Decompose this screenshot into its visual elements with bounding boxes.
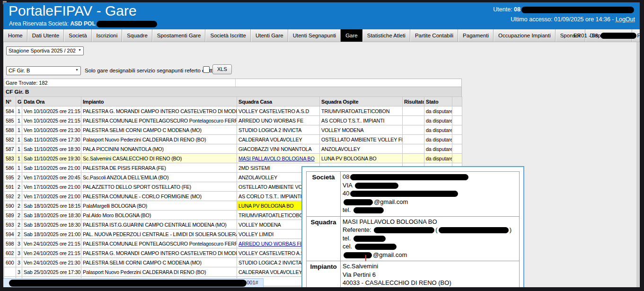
cell-ospite: VOLLEY MODENA [320, 125, 403, 135]
cell-risultato [403, 106, 424, 116]
cell-ospite: OSTELLATO AMBIENTE VOLLEY FE [320, 135, 403, 144]
match-detail-popup: Società 08VIA 40@gmail.comtel. Squadra M… [301, 166, 524, 287]
cell-data: Sab 18/10/2025 ore 18:15 [22, 201, 81, 211]
popup-squadra-label: Squadra [307, 216, 341, 261]
cell-g: 2 [16, 211, 22, 220]
table-row[interactable]: 5821Sab 11/10/2025 ore 17:30Palasport Nu… [4, 135, 462, 144]
nav-user-code: ER01 - 08. [573, 29, 637, 42]
cell-n: 587 [4, 144, 16, 154]
cell-stato: da disputare [424, 116, 452, 125]
cell-risultato [403, 154, 424, 163]
table-row[interactable]: 5871Sab 11/10/2025 ore 18:30PALA PICCINI… [4, 144, 462, 154]
cell-extra [452, 106, 462, 116]
cell-risultato [403, 125, 424, 135]
cell-stato: da disputare [424, 125, 452, 135]
cell-extra [452, 116, 462, 125]
tab-societ-iscritte[interactable]: Società Iscritte [205, 29, 250, 42]
cell-g: 2 [16, 192, 22, 201]
cell-extra [452, 154, 462, 163]
popup-squadra-value: MASI PALLAVOLO BOLOGNA BOReferente: ()te… [341, 216, 520, 261]
column-header: Squadra Ospite [320, 97, 403, 106]
table-row[interactable]: 5851Ven 10/10/2025 ore 21:15PALESTRA COM… [4, 116, 462, 125]
tab-pagamenti[interactable]: Pagamenti [458, 29, 494, 42]
tab-home[interactable]: Home [3, 29, 27, 42]
cell-data: Sab 11/10/2025 ore 21:00 [22, 163, 81, 173]
column-header: Risultato [403, 97, 424, 106]
tab-iscrizioni[interactable]: Iscrizioni [92, 29, 123, 42]
group-select-wrap: CF Gir. B [6, 66, 81, 75]
home-team-link[interactable]: MASI PALLAVOLO BOLOGNA BO [238, 156, 315, 161]
tab-spostamenti-gare[interactable]: Spostamenti Gare [152, 29, 206, 42]
cell-impianto: PALA PICCININI NONANTOLA (MO) [81, 144, 237, 154]
table-row[interactable]: 5881Ven 10/10/2025 ore 21:30PALESTRA SEL… [4, 125, 462, 135]
column-header [452, 97, 462, 106]
cell-n: 595 [4, 173, 16, 182]
cell-n: 588 [4, 125, 16, 135]
tab-squadre[interactable]: Squadre [122, 29, 152, 42]
cell-data: Ven 10/10/2025 ore 21:15 [22, 116, 81, 125]
cell-data: Sab 18/10/2025 ore 21:00 [22, 229, 81, 239]
cell-g: 1 [16, 154, 22, 163]
text-cursor [365, 255, 366, 261]
cell-g: 1 [16, 144, 22, 154]
group-select[interactable]: CF Gir. B [6, 66, 81, 75]
cell-n: 586 [4, 163, 16, 173]
cell-data: Sab 25/10/2025 ore 17:30 [22, 267, 81, 277]
cell-impianto: Palasport Nuovo Pederzini CALDERARA DI R… [81, 267, 237, 277]
tab-utenti-segnapunti[interactable]: Utenti Segnapunti [288, 29, 341, 42]
cell-data: Sab 11/10/2025 ore 17:30 [22, 135, 81, 144]
column-header: N° [4, 97, 16, 106]
tab-utenti-gare[interactable]: Utenti Gare [251, 29, 288, 42]
tab-statistiche-atleti[interactable]: Statistiche Atleti [362, 29, 410, 42]
cell-g: 3 [16, 258, 22, 267]
cell-extra [452, 135, 462, 144]
cell-ospite: LUNA PV BOLOGNA BO [320, 154, 403, 163]
cell-impianto: Sc.Pascoli ANZOLA DELL'EMILIA (BO) [81, 173, 237, 182]
cell-data: Sab 18/10/2025 ore 18:30 [22, 211, 81, 220]
column-header: Stato [424, 97, 452, 106]
page-header: PortaleFIPAV - Gare Area Riservata Socie… [3, 2, 640, 29]
page-title: PortaleFIPAV - Gare [9, 3, 137, 19]
designabili-checkbox[interactable] [203, 66, 210, 73]
column-header: Squadra Casa [237, 97, 320, 106]
tab-societ-[interactable]: Società [64, 29, 91, 42]
cell-data: Sab 18/10/2025 ore 18:30 [22, 220, 81, 229]
cell-g: 1 [16, 116, 22, 125]
cell-impianto: PALESTRA G. MORANDI CAMPO INTERO CASTELV… [81, 248, 237, 258]
tab-gare[interactable]: Gare [341, 29, 362, 42]
cell-data: Ven 10/10/2025 ore 21:15 [22, 106, 81, 116]
tab-dati-utente[interactable]: Dati Utente [27, 29, 64, 42]
cell-n: 589 [4, 211, 16, 220]
last-access-text: Ultimo accesso: 01/09/2025 ore 14:36 - [511, 16, 614, 23]
cell-stato: da disputare [424, 106, 452, 116]
cell-n: 592 [4, 192, 16, 201]
cell-casa: MASI PALLAVOLO BOLOGNA BO [237, 154, 320, 163]
cell-g: 3 [16, 248, 22, 258]
cell-impianto: PALESTRA DE PISIS FERRARA (FE) [81, 163, 237, 173]
logout-link[interactable]: LogOut [616, 16, 635, 23]
cell-n: 593 [4, 220, 16, 229]
cell-impianto: PALESTRA SELMI CORNI CAMPO C MODENA (MO) [81, 258, 237, 267]
xls-export-button[interactable]: XLS [212, 64, 232, 74]
cell-n: 600 [4, 258, 16, 267]
table-row[interactable]: 5831Sab 11/10/2025 ore 19:30Sc.Salvemini… [4, 154, 462, 163]
season-select[interactable]: Stagione Sportiva 2025 / 2026 [6, 46, 84, 55]
cell-stato: da disputare [424, 144, 452, 154]
tab-occupazione-impianti[interactable]: Occupazione Impianti [494, 29, 556, 42]
cell-n: 582 [4, 135, 16, 144]
table-row[interactable]: 5841Ven 10/10/2025 ore 21:15PALESTRA G. … [4, 106, 462, 116]
cell-n: 594 [4, 229, 16, 239]
cell-impianto: PALESTRA COMUNALE PONTELAGOSCURO Pontela… [81, 116, 237, 125]
cell-n: 598 [4, 239, 16, 248]
home-team-link[interactable]: ARREDO UNO WORBAS FE [238, 241, 303, 247]
cell-g: 1 [16, 163, 22, 173]
cell-casa: GIACOBAZZI VINI NONANTOLA [237, 144, 320, 154]
popup-impianto-value: Sc.SalveminiVia Pertini 640033 - CASALEC… [341, 261, 520, 288]
popup-societa-value: 08VIA 40@gmail.comtel. [341, 172, 520, 217]
tab-partite-contabili[interactable]: Partite Contabili [410, 29, 458, 42]
cell-n: 590 [4, 201, 16, 211]
cell-impianto: PALAZZETTO DELLO SPORT OSTELLATO (FE) [81, 182, 237, 192]
cell-casa: VOLLEY CASTELVETRO A.S.D [237, 106, 320, 116]
popup-impianto-label: Impianto [307, 261, 341, 288]
scrollbar-track[interactable] [636, 42, 639, 287]
